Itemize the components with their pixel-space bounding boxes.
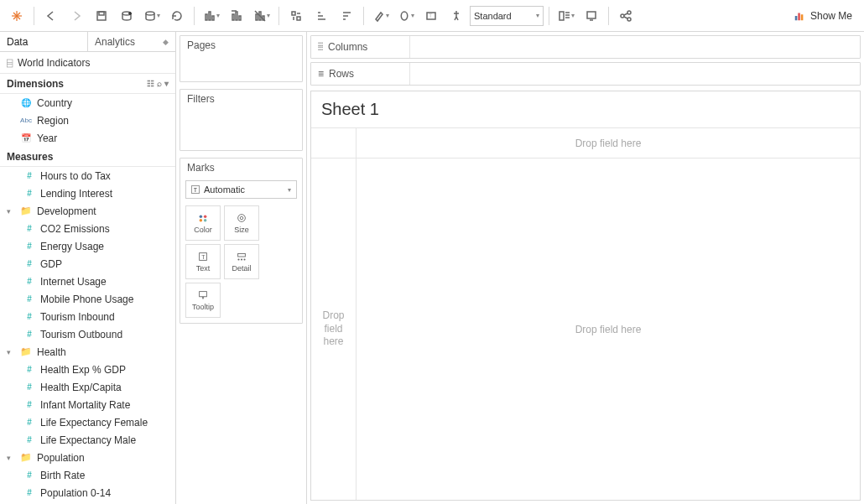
svg-rect-41 <box>795 16 798 20</box>
share-button[interactable] <box>614 4 638 28</box>
columns-shelf[interactable]: ⦙⦙⦙Columns <box>310 35 861 59</box>
drop-corner <box>311 128 357 158</box>
datasource-row[interactable]: ⌸ World Indicators <box>0 52 175 74</box>
canvas[interactable]: Sheet 1 Drop field here Dropfieldhere Dr… <box>310 91 861 501</box>
search-icon[interactable]: ⌕ <box>157 79 162 88</box>
folder-row[interactable]: ▾📁Development <box>0 202 175 220</box>
svg-rect-21 <box>297 17 300 20</box>
measure-field[interactable]: #CO2 Emissions <box>0 220 175 237</box>
mark-text-button[interactable]: TText <box>185 244 221 279</box>
tab-analytics[interactable]: Analytics◆ <box>88 32 175 51</box>
svg-point-46 <box>200 219 203 222</box>
measure-field[interactable]: #Birth Rate <box>0 466 175 484</box>
show-cards-button[interactable]: ▾ <box>554 4 578 28</box>
pause-auto-updates-button[interactable]: ▾ <box>140 4 164 28</box>
measure-field[interactable]: #Hours to do Tax <box>0 167 175 184</box>
dimension-field[interactable]: AbcRegion <box>0 112 175 129</box>
measure-field[interactable]: #Lending Interest <box>0 184 175 202</box>
marks-type-select[interactable]: TAutomatic ▾ <box>185 180 297 199</box>
redo-button[interactable] <box>65 4 88 28</box>
labels-button[interactable]: T <box>419 4 443 28</box>
new-worksheet-button[interactable]: ▾ <box>200 4 223 28</box>
svg-rect-34 <box>587 12 596 18</box>
svg-point-9 <box>146 12 154 15</box>
measure-field[interactable]: #Tourism Inbound <box>0 308 175 325</box>
mark-detail-button[interactable]: Detail <box>224 244 259 279</box>
refresh-button[interactable] <box>165 4 189 28</box>
pin-button[interactable] <box>445 4 468 28</box>
toolbar: ▾ ▾ ▾ ▾ ▾ T Standard▾ ▾ Show Me <box>0 0 864 32</box>
measure-field[interactable]: #Internet Usage <box>0 273 175 290</box>
show-me-button[interactable]: Show Me <box>787 4 859 28</box>
rows-shelf[interactable]: ≡Rows <box>310 62 861 86</box>
svg-rect-5 <box>99 12 104 15</box>
svg-rect-30 <box>560 12 564 20</box>
swap-button[interactable] <box>284 4 308 28</box>
dimension-field[interactable]: 🌐Country <box>0 94 175 112</box>
duplicate-button[interactable] <box>225 4 248 28</box>
logo-icon[interactable] <box>5 4 29 28</box>
rows-icon: ≡ <box>318 68 324 80</box>
datasource-icon: ⌸ <box>7 57 13 69</box>
svg-point-53 <box>241 258 242 260</box>
measure-field[interactable]: #Life Expectancy Male <box>0 431 175 449</box>
save-button[interactable] <box>90 4 113 28</box>
svg-point-44 <box>200 216 203 219</box>
svg-rect-15 <box>239 16 241 20</box>
measure-field[interactable]: #Health Exp % GDP <box>0 361 175 378</box>
group-button[interactable]: ▾ <box>394 4 418 28</box>
highlight-button[interactable]: ▾ <box>369 4 393 28</box>
measure-field[interactable]: #Energy Usage <box>0 237 175 255</box>
filters-shelf[interactable]: Filters <box>180 89 303 151</box>
drop-rows-zone[interactable]: Dropfieldhere <box>311 158 357 500</box>
svg-rect-56 <box>200 292 207 297</box>
columns-icon: ⦙⦙⦙ <box>318 41 323 53</box>
mark-tooltip-button[interactable]: Tooltip <box>185 283 221 318</box>
view-icon[interactable]: ☷ <box>147 79 154 88</box>
measure-field[interactable]: #Tourism Outbound <box>0 325 175 343</box>
folder-row[interactable]: ▾📁Health <box>0 343 175 361</box>
svg-rect-11 <box>209 12 211 20</box>
measure-field[interactable]: #GDP <box>0 255 175 273</box>
svg-point-49 <box>240 216 243 220</box>
fit-select[interactable]: Standard▾ <box>470 6 544 26</box>
svg-point-36 <box>621 14 624 18</box>
measure-field[interactable]: #Life Expectancy Female <box>0 413 175 431</box>
svg-point-48 <box>238 215 246 222</box>
svg-rect-13 <box>232 14 234 20</box>
measures-header: Measures <box>0 147 175 167</box>
mark-color-button[interactable]: Color <box>185 205 221 241</box>
data-pane: Data Analytics◆ ⌸ World Indicators Dimen… <box>0 32 176 504</box>
undo-button[interactable] <box>39 4 63 28</box>
dimension-field[interactable]: 📅Year <box>0 129 175 147</box>
measure-field[interactable]: #Mobile Phone Usage <box>0 290 175 308</box>
svg-rect-42 <box>798 13 800 20</box>
measure-field[interactable]: #Health Exp/Capita <box>0 378 175 396</box>
svg-line-40 <box>624 17 627 18</box>
presentation-button[interactable] <box>580 4 603 28</box>
clear-button[interactable]: ▾ <box>250 4 273 28</box>
dimensions-header: Dimensions ☷⌕▾ <box>0 74 175 94</box>
menu-icon[interactable]: ▾ <box>164 79 169 88</box>
mark-size-button[interactable]: Size <box>224 205 259 241</box>
svg-rect-14 <box>236 12 237 20</box>
new-datasource-button[interactable] <box>115 4 138 28</box>
sort-desc-button[interactable] <box>335 4 358 28</box>
sort-asc-button[interactable] <box>310 4 333 28</box>
drop-main-zone[interactable]: Drop field here <box>357 158 860 500</box>
measure-field[interactable]: #Infant Mortality Rate <box>0 396 175 413</box>
sheet-title[interactable]: Sheet 1 <box>311 91 860 127</box>
svg-point-38 <box>627 18 631 21</box>
svg-point-37 <box>627 11 631 14</box>
svg-point-47 <box>204 219 207 222</box>
folder-row[interactable]: ▾📁Population <box>0 449 175 466</box>
measure-field[interactable]: #Population 0-14 <box>0 484 175 501</box>
svg-rect-10 <box>206 14 207 20</box>
svg-text:T: T <box>429 13 433 18</box>
svg-rect-20 <box>292 12 295 15</box>
drop-columns-zone[interactable]: Drop field here <box>357 128 860 158</box>
tab-data[interactable]: Data <box>0 32 88 51</box>
svg-point-45 <box>204 216 207 219</box>
pages-shelf[interactable]: Pages <box>180 35 303 82</box>
svg-rect-43 <box>801 14 804 20</box>
